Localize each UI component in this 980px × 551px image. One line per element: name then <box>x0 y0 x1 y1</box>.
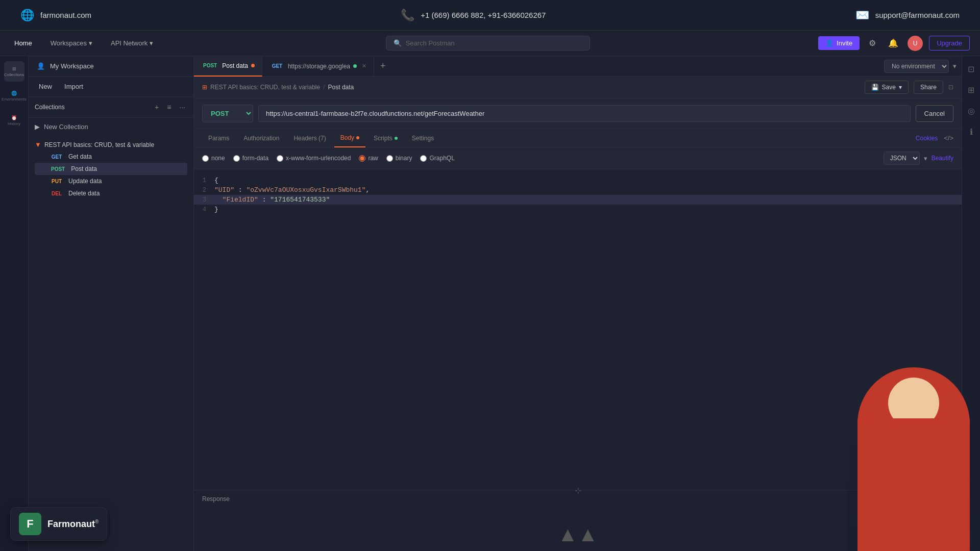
req-tab-settings[interactable]: Settings <box>406 129 440 147</box>
expand-icon: ▼ <box>35 141 41 148</box>
breadcrumb-sep: / <box>323 84 325 91</box>
banner-website: 🌐 farmonaut.com <box>20 9 91 22</box>
tab-method-get: GET <box>270 63 285 69</box>
collections-icon: ⊞ <box>12 66 16 71</box>
collections-title: Collections <box>35 104 65 111</box>
collection-expand[interactable]: ▼ REST API basics: CRUD, test & variable <box>35 139 187 151</box>
response-area: ⊹ Response ▲▲ Sending request... <box>194 490 962 551</box>
nav-home[interactable]: Home <box>10 37 36 49</box>
radio-none[interactable]: none <box>202 155 225 162</box>
beautify-button[interactable]: Beautify <box>932 155 953 162</box>
right-panel-icon-1[interactable]: ⊡ <box>965 61 977 77</box>
sidebar: ⊞ Collections 🌐 Environments ⏰ History ⠿… <box>0 56 194 551</box>
api-item-post[interactable]: POST Post data <box>35 163 187 175</box>
tab-method-post: POST <box>201 62 219 69</box>
api-item-get[interactable]: GET Get data <box>35 151 187 163</box>
new-button[interactable]: New <box>35 81 56 92</box>
tab-get-storage[interactable]: GET https://storage.googlea ✕ <box>262 56 374 77</box>
import-button[interactable]: Import <box>60 81 87 92</box>
radio-urlencoded-input[interactable] <box>277 155 283 162</box>
person-avatar <box>847 357 980 551</box>
search-bar[interactable]: 🔍 Search Postman <box>386 36 590 51</box>
sidebar-toggle-icon[interactable]: ⊡ <box>948 84 953 91</box>
banner-phone: 📞 +1 (669) 6666 882, +91-6366026267 <box>401 9 546 22</box>
share-button[interactable]: Share <box>914 81 943 94</box>
breadcrumb-current: Post data <box>328 84 354 91</box>
farmonaut-brand-name: Farmonaut® <box>47 519 99 530</box>
collection-item: ▼ REST API basics: CRUD, test & variable… <box>29 136 193 203</box>
environments-label: Environments <box>2 97 27 102</box>
nav-workspaces[interactable]: Workspaces ▾ <box>46 37 96 49</box>
top-banner: 🌐 farmonaut.com 📞 +1 (669) 6666 882, +91… <box>0 0 980 31</box>
new-tab-button[interactable]: + <box>374 56 392 77</box>
bell-icon-button[interactable]: 🔔 <box>885 36 901 50</box>
right-panel-icon-2[interactable]: ⊞ <box>965 82 977 98</box>
radio-binary-input[interactable] <box>386 155 393 162</box>
method-badge-put: PUT <box>49 178 64 185</box>
cancel-button[interactable]: Cancel <box>916 105 953 122</box>
nav-api-network[interactable]: API Network ▾ <box>107 37 157 49</box>
save-chevron: ▾ <box>899 84 902 91</box>
sidebar-header-actions: + ≡ ··· <box>153 102 187 112</box>
right-panel-icon-4[interactable]: ℹ <box>967 124 976 140</box>
save-button[interactable]: 💾 Save ▾ <box>865 81 909 94</box>
resize-handle[interactable]: ⊹ <box>194 489 962 492</box>
www-icon: 🌐 <box>20 9 34 22</box>
req-tab-auth[interactable]: Authorization <box>237 129 285 147</box>
environment-select[interactable]: No environment <box>884 60 949 73</box>
sidebar-collections-icon[interactable]: ⊞ Collections <box>4 61 24 82</box>
settings-icon-button[interactable]: ⚙ <box>866 36 879 50</box>
code-val-uid: "oZvwVc7aOUXosxuGvsIxarSWbhu1" <box>246 186 365 194</box>
farmonaut-logo: F Farmonaut® <box>10 507 107 541</box>
new-collection-item[interactable]: ▶ New Collection <box>29 118 193 136</box>
add-collection-button[interactable]: + <box>153 102 161 112</box>
sidebar-header: Collections + ≡ ··· <box>29 97 193 118</box>
req-tab-body[interactable]: Body <box>334 129 365 147</box>
collections-label: Collections <box>4 72 24 77</box>
tab-post-data[interactable]: POST Post data <box>194 56 262 77</box>
scripts-dot <box>395 137 398 140</box>
radio-binary[interactable]: binary <box>386 155 412 162</box>
api-item-del[interactable]: DEL Delete data <box>35 187 187 199</box>
person-body <box>857 418 970 551</box>
code-line-4: 4 } <box>194 205 962 214</box>
radio-form-data[interactable]: form-data <box>233 155 268 162</box>
farmonaut-logo-icon: F <box>19 513 41 535</box>
api-item-put[interactable]: PUT Update data <box>35 175 187 187</box>
sidebar-history-icon[interactable]: ⏰ History <box>4 110 24 131</box>
code-line-1: 1 { <box>194 176 962 185</box>
more-options-button[interactable]: ··· <box>177 102 187 112</box>
code-line-2: 2 "UID" : "oZvwVc7aOUXosxuGvsIxarSWbhu1"… <box>194 185 962 195</box>
tab-close-icon[interactable]: ✕ <box>362 63 366 69</box>
sidebar-environments-icon[interactable]: 🌐 Environments <box>4 86 24 106</box>
collection-icon: ⊞ <box>202 84 207 91</box>
main-content: POST Post data GET https://storage.googl… <box>194 56 962 551</box>
method-select[interactable]: POST <box>202 105 253 122</box>
right-panel-icon-3[interactable]: ◎ <box>965 103 978 119</box>
history-label: History <box>8 121 20 126</box>
upgrade-button[interactable]: Upgrade <box>929 36 970 51</box>
radio-urlencoded[interactable]: x-www-form-urlencoded <box>277 155 351 162</box>
req-tab-params[interactable]: Params <box>202 129 235 147</box>
person-icon: 👤 <box>825 39 834 47</box>
url-input[interactable] <box>258 105 911 122</box>
code-val-fieldid: "1716541743533" <box>270 196 330 204</box>
req-tab-scripts[interactable]: Scripts <box>368 129 404 147</box>
code-icon[interactable]: </> <box>944 134 953 142</box>
json-select-group: JSON ▾ Beautify <box>884 152 953 165</box>
radio-raw-input[interactable] <box>359 155 365 162</box>
avatar[interactable]: U <box>908 36 923 51</box>
req-tab-headers[interactable]: Headers (7) <box>287 129 332 147</box>
radio-none-input[interactable] <box>202 155 209 162</box>
request-tabs: Params Authorization Headers (7) Body Sc… <box>194 129 962 147</box>
req-tab-cookies[interactable]: Cookies <box>916 135 938 142</box>
code-editor[interactable]: 1 { 2 "UID" : "oZvwVc7aOUXosxuGvsIxarSWb… <box>194 169 962 490</box>
radio-graphql[interactable]: GraphQL <box>420 155 454 162</box>
sort-button[interactable]: ≡ <box>165 102 173 112</box>
radio-form-data-input[interactable] <box>233 155 240 162</box>
json-format-select[interactable]: JSON <box>884 152 920 165</box>
radio-raw[interactable]: raw <box>359 155 378 162</box>
radio-graphql-input[interactable] <box>420 155 427 162</box>
folder-icon: ▶ <box>35 123 40 131</box>
invite-button[interactable]: 👤 Invite <box>818 36 860 50</box>
